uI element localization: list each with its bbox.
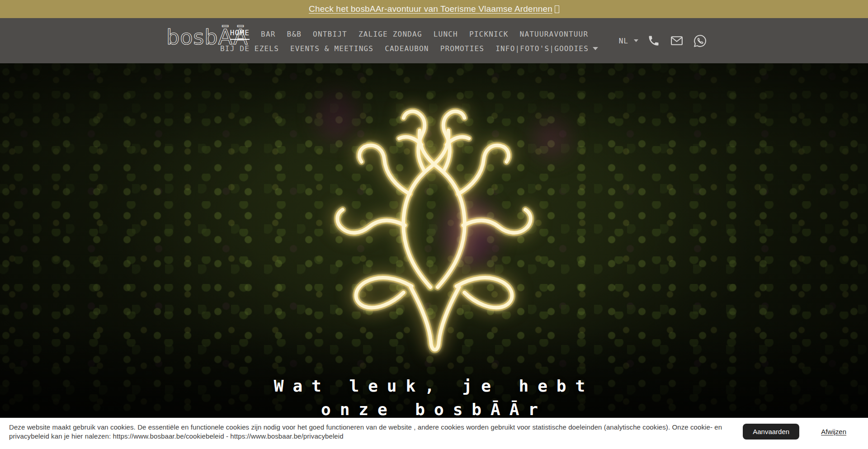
chevron-down-icon [634,39,638,42]
nav-item-bb[interactable]: B&B [287,30,302,38]
nav-item-info-fotos-goodies[interactable]: INFO|FOTO'S|GOODIES [495,44,598,53]
nav-item-picknick[interactable]: PICKNICK [469,30,509,38]
nav-utilities: NL [619,18,708,63]
promo-link[interactable]: Check het bosbAAr-avontuur van Toerisme … [309,4,559,14]
hero-heading-line1: Wat leuk, je hebt [0,374,868,398]
nav-item-zalige-zondag[interactable]: ZALIGE ZONDAG [359,30,422,38]
phone-icon [647,34,660,47]
phone-button[interactable] [646,33,661,48]
language-selector[interactable]: NL [619,37,638,45]
nav-item-info-fotos-goodies-label: INFO|FOTO'S|GOODIES [495,44,589,53]
page: Check het bosbAAr-avontuur van Toerisme … [0,0,868,449]
cookie-banner: Deze website maakt gebruik van cookies. … [0,418,868,449]
missing-glyph-icon [555,5,559,13]
nav-item-ontbijt[interactable]: ONTBIJT [313,30,347,38]
whatsapp-button[interactable] [692,33,708,48]
nav-item-cadeaubon[interactable]: CADEAUBON [385,44,429,53]
promo-link-label: Check het bosbAAr-avontuur van Toerisme … [309,4,552,14]
nav-item-bar[interactable]: BAR [261,30,276,38]
nav-item-lunch[interactable]: LUNCH [434,30,458,38]
nav-row-2: BIJ DE EZELS EVENTS & MEETINGS CADEAUBON… [220,44,598,53]
whatsapp-icon [693,34,707,48]
cookie-actions: Aanvaarden Afwijzen [743,423,846,440]
hero-heading: Wat leuk, je hebt onze bosbĀĀr [0,374,868,421]
accept-cookies-button[interactable]: Aanvaarden [743,424,799,440]
nav-item-home[interactable]: HOME [230,28,250,40]
language-current: NL [619,37,628,45]
nav-item-natuuravontuur[interactable]: NATUURAVONTUUR [520,30,589,38]
chevron-down-icon [593,47,598,50]
hero-section: Wat leuk, je hebt onze bosbĀĀr [0,63,868,449]
main-navigation: bosbĀĀr HOME BAR B&B ONTBIJT ZALIGE ZOND… [0,18,868,63]
nav-menus: HOME BAR B&B ONTBIJT ZALIGE ZONDAG LUNCH… [217,18,601,63]
mail-icon [670,34,684,47]
decline-cookies-link[interactable]: Afwijzen [821,428,846,435]
nav-row-1: HOME BAR B&B ONTBIJT ZALIGE ZONDAG LUNCH… [230,28,589,40]
nav-item-events-meetings[interactable]: EVENTS & MEETINGS [290,44,373,53]
promo-banner: Check het bosbAAr-avontuur van Toerisme … [0,0,868,18]
cookie-message: Deze website maakt gebruik van cookies. … [9,423,733,441]
nav-item-promoties[interactable]: PROMOTIES [440,44,485,53]
email-button[interactable] [669,33,684,48]
nav-item-bij-de-ezels[interactable]: BIJ DE EZELS [220,44,279,53]
